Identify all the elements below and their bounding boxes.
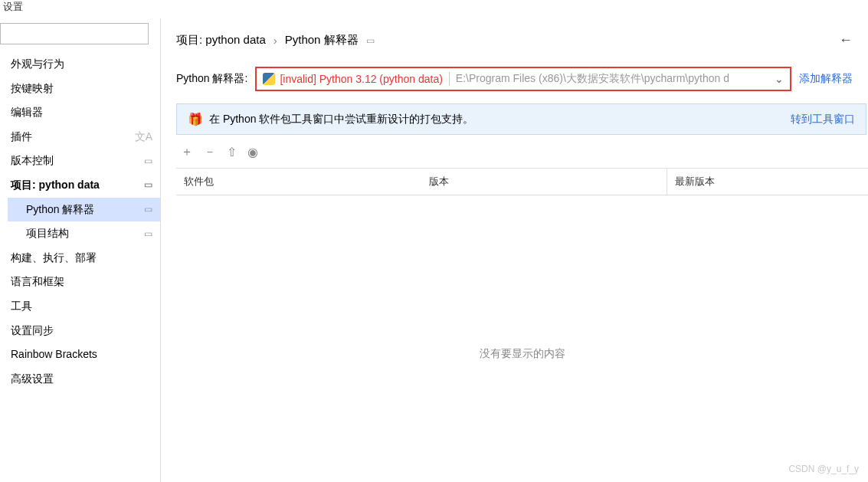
sidebar-item-label: 外观与行为 xyxy=(11,57,64,72)
sidebar-item-13[interactable]: 高级设置 xyxy=(8,367,160,392)
sidebar-item-label: Rainbow Brackets xyxy=(11,347,97,362)
toggle-early-icon[interactable]: ◉ xyxy=(247,145,258,159)
sidebar-item-7[interactable]: 项目结构▭ xyxy=(8,221,160,246)
sidebar-item-label: 高级设置 xyxy=(11,372,54,387)
settings-sidebar: 外观与行为按键映射编辑器插件文A版本控制▭项目: python data▭Pyt… xyxy=(0,18,161,482)
sidebar-item-label: 项目: python data xyxy=(11,178,100,193)
sidebar-item-10[interactable]: 工具 xyxy=(8,294,160,319)
sidebar-item-label: 项目结构 xyxy=(26,226,69,241)
breadcrumb: 项目: python data › Python 解释器 ▭ ← xyxy=(176,18,868,59)
window-title: 设置 xyxy=(0,0,868,18)
back-arrow-icon[interactable]: ← xyxy=(839,32,853,48)
sidebar-item-label: 工具 xyxy=(11,299,32,314)
banner-link[interactable]: 转到工具窗口 xyxy=(791,113,855,126)
upgrade-package-icon[interactable]: ⇧ xyxy=(227,145,237,159)
banner-text: 在 Python 软件包工具窗口中尝试重新设计的打包支持。 xyxy=(209,113,473,126)
sidebar-item-label: 构建、执行、部署 xyxy=(11,251,97,266)
language-icon: 文A xyxy=(135,130,152,145)
sidebar-item-3[interactable]: 插件文A xyxy=(8,125,160,149)
sidebar-item-4[interactable]: 版本控制▭ xyxy=(8,149,160,173)
config-icon: ▭ xyxy=(144,228,152,241)
sidebar-item-11[interactable]: 设置同步 xyxy=(8,319,160,343)
main-panel: 项目: python data › Python 解释器 ▭ ← Python … xyxy=(161,18,868,482)
interpreter-label: Python 解释器: xyxy=(176,72,247,86)
interpreter-selected: [invalid] Python 3.12 (python data) xyxy=(280,73,442,85)
search-input[interactable] xyxy=(0,23,149,44)
col-latest[interactable]: 最新版本 xyxy=(667,169,868,195)
add-package-icon[interactable]: ＋ xyxy=(181,144,193,160)
sidebar-item-label: 插件 xyxy=(11,130,32,145)
add-interpreter-link[interactable]: 添加解释器 xyxy=(799,72,853,86)
info-banner: 🎁 在 Python 软件包工具窗口中尝试重新设计的打包支持。 转到工具窗口 xyxy=(176,103,866,135)
sidebar-item-label: Python 解释器 xyxy=(26,202,94,218)
sidebar-item-label: 设置同步 xyxy=(11,323,54,339)
config-icon: ▭ xyxy=(144,203,152,216)
config-icon: ▭ xyxy=(144,155,152,168)
col-version[interactable]: 版本 xyxy=(421,169,667,195)
remove-package-icon[interactable]: － xyxy=(204,144,216,160)
config-icon: ▭ xyxy=(144,179,152,192)
interpreter-select[interactable]: [invalid] Python 3.12 (python data) E:\P… xyxy=(255,67,791,91)
watermark: CSDN @y_u_f_y xyxy=(788,464,859,474)
col-package[interactable]: 软件包 xyxy=(176,169,421,195)
reset-icon[interactable]: ▭ xyxy=(366,35,375,46)
sidebar-item-2[interactable]: 编辑器 xyxy=(8,100,160,125)
interpreter-path: E:\Program Files (x86)\大数据安装软件\pycharm\p… xyxy=(456,72,729,86)
breadcrumb-page: Python 解释器 xyxy=(285,33,359,48)
table-empty-text: 没有要显示的内容 xyxy=(176,195,868,482)
sidebar-item-12[interactable]: Rainbow Brackets xyxy=(8,343,160,367)
sidebar-item-label: 按键映射 xyxy=(11,81,54,97)
sidebar-item-0[interactable]: 外观与行为 xyxy=(8,52,160,77)
gift-icon: 🎁 xyxy=(188,112,203,126)
python-icon xyxy=(263,73,275,85)
chevron-down-icon[interactable]: ⌄ xyxy=(775,73,784,85)
sidebar-item-5[interactable]: 项目: python data▭ xyxy=(8,173,160,198)
sidebar-item-1[interactable]: 按键映射 xyxy=(8,77,160,101)
sidebar-item-label: 编辑器 xyxy=(11,105,43,120)
sidebar-item-label: 语言和框架 xyxy=(11,274,64,290)
sidebar-item-6[interactable]: Python 解释器▭ xyxy=(8,198,160,222)
sidebar-item-label: 版本控制 xyxy=(11,153,54,169)
settings-nav: 外观与行为按键映射编辑器插件文A版本控制▭项目: python data▭Pyt… xyxy=(0,52,160,391)
breadcrumb-project[interactable]: 项目: python data xyxy=(176,33,266,48)
breadcrumb-sep: › xyxy=(274,34,277,47)
package-table-header: 软件包 版本 最新版本 xyxy=(176,168,868,195)
sidebar-item-9[interactable]: 语言和框架 xyxy=(8,270,160,294)
interpreter-row: Python 解释器: [invalid] Python 3.12 (pytho… xyxy=(176,59,868,103)
sidebar-item-8[interactable]: 构建、执行、部署 xyxy=(8,246,160,271)
package-toolbar: ＋ － ⇧ ◉ xyxy=(176,135,868,168)
